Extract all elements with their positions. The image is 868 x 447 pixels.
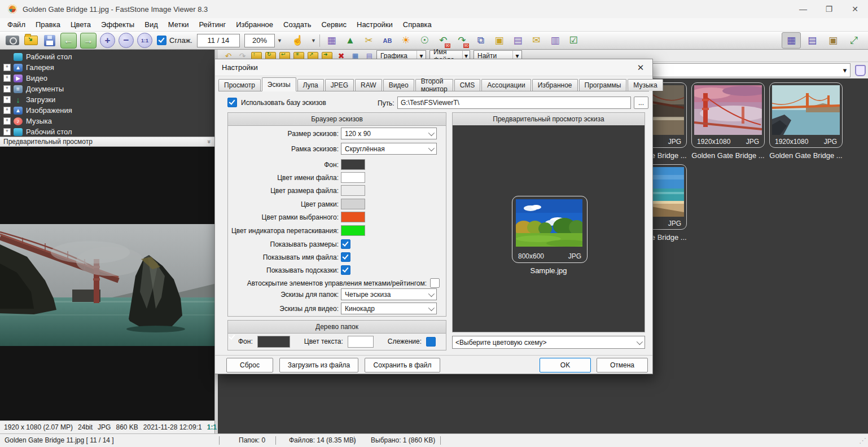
folder-thumbs-select[interactable]: Четыре эскиза — [341, 288, 437, 300]
tab-music[interactable]: Музыка — [628, 79, 663, 91]
next-image-button[interactable]: → — [80, 33, 97, 49]
frame-color-swatch[interactable] — [341, 199, 365, 209]
ratio-indicator[interactable]: 1:1 — [207, 423, 217, 431]
menu-rating[interactable]: Рейтинг — [194, 18, 231, 32]
collapse-chevron-icon[interactable]: » — [206, 140, 213, 143]
zoom-combo[interactable]: 20% ▼ — [244, 34, 284, 47]
tab-jpeg[interactable]: JPEG — [325, 79, 354, 91]
tab-programs[interactable]: Программы — [579, 79, 627, 91]
tree-item-pictures[interactable]: + ▲ Изображения — [0, 105, 214, 116]
crop-button[interactable]: ✂ — [361, 33, 376, 48]
view-fullscreen-button[interactable]: ⤢ — [844, 32, 863, 49]
rotate-right-button[interactable]: ↷90 — [454, 33, 470, 48]
menu-view[interactable]: Вид — [139, 18, 163, 32]
thumbnail-db-path-input[interactable]: G:\Test\FSViewerT\ — [397, 97, 631, 109]
email-button[interactable]: ✉ — [529, 33, 544, 48]
menu-edit[interactable]: Правка — [30, 18, 65, 32]
resize-grip[interactable]: ⋰ — [859, 436, 866, 445]
menu-create[interactable]: Создать — [278, 18, 316, 32]
tree-follow-checkbox[interactable] — [426, 337, 436, 347]
screen-capture-button[interactable]: ▣ — [492, 33, 507, 48]
tree-item-gallery[interactable]: + ▲ Галерея — [0, 62, 214, 73]
thumb-size-select[interactable]: 120 x 90 — [341, 128, 437, 139]
tree-bg-color-swatch[interactable] — [257, 336, 290, 348]
menu-help[interactable]: Справка — [398, 18, 437, 32]
tab-favorites[interactable]: Избранное — [532, 79, 578, 91]
menu-settings[interactable]: Настройки — [352, 18, 398, 32]
clone-stamp-button[interactable]: ☉ — [417, 33, 432, 48]
expand-plus-icon[interactable]: + — [3, 117, 11, 125]
expand-plus-icon[interactable]: + — [3, 96, 11, 103]
filename-color-swatch[interactable] — [341, 172, 365, 183]
tree-item-desktop[interactable]: + Рабочий стол — [0, 126, 214, 137]
hand-dropdown-arrow-icon[interactable]: ▼ — [309, 34, 318, 47]
print-button[interactable]: ▥ — [547, 33, 563, 48]
cancel-button[interactable]: Отмена — [597, 358, 648, 373]
zoom-out-button[interactable]: − — [119, 33, 134, 48]
show-filename-checkbox[interactable] — [341, 252, 350, 262]
minimize-button[interactable]: — — [790, 0, 816, 18]
color-scheme-select[interactable]: <Выберите цветовую схему> — [452, 336, 645, 349]
show-sizes-checkbox[interactable] — [341, 239, 350, 249]
tab-view[interactable]: Просмотр — [218, 79, 261, 91]
tree-item-music[interactable]: + ♪ Музыка — [0, 116, 214, 126]
tab-raw[interactable]: RAW — [355, 79, 382, 91]
reset-button[interactable]: Сброс — [226, 358, 273, 373]
rename-button[interactable]: AB — [380, 33, 395, 48]
autohide-rating-checkbox[interactable] — [430, 278, 440, 288]
thumbnail-card[interactable]: 1920x1080JPG — [769, 82, 843, 148]
background-color-swatch[interactable] — [341, 159, 365, 170]
tab-dual-monitor[interactable]: Второй монитор — [415, 79, 453, 91]
rotate-left-button[interactable]: ↶90 — [436, 33, 451, 48]
browse-path-button[interactable]: ... — [634, 97, 648, 109]
tab-thumbnails[interactable]: Эскизы — [262, 77, 296, 91]
preview-panel-header[interactable]: Предварительный просмотр » — [0, 137, 214, 147]
adjust-lighting-button[interactable]: ☀ — [398, 33, 414, 48]
tab-cms[interactable]: CMS — [454, 79, 481, 91]
slideshow-button[interactable]: ▦ — [324, 33, 339, 48]
show-tooltips-checkbox[interactable] — [341, 265, 350, 275]
open-folder-button[interactable] — [23, 33, 38, 48]
menu-tags[interactable]: Метки — [163, 18, 194, 32]
tree-item-documents[interactable]: + ≡ Документы — [0, 84, 214, 94]
thumb-frame-select[interactable]: Скруглённая — [341, 143, 437, 155]
preview-panel[interactable] — [0, 147, 214, 420]
menu-effects[interactable]: Эффекты — [96, 18, 139, 32]
menu-favorites[interactable]: Избранное — [231, 18, 278, 32]
zoom-in-button[interactable]: + — [100, 33, 115, 48]
thumbnail-filename[interactable]: Golden Gate Bridge ... — [766, 151, 845, 160]
thumbnail-card[interactable]: 1920x1080JPG — [691, 82, 765, 148]
thumbnail-filename[interactable]: Golden Gate Bridge ... — [689, 151, 768, 160]
menu-file[interactable]: Файл — [2, 18, 30, 32]
use-db-checkbox[interactable] — [227, 98, 237, 107]
filesize-color-swatch[interactable] — [341, 185, 365, 196]
selected-frame-color-swatch[interactable] — [341, 212, 365, 222]
view-thumbnails-button[interactable]: ▦ — [782, 32, 801, 49]
actual-size-button[interactable]: 1:1 — [137, 33, 152, 48]
page-indicator[interactable]: 11 / 14 — [197, 34, 240, 47]
hand-tool-button[interactable]: ☝ — [290, 33, 305, 48]
view-list-button[interactable]: ▤ — [803, 32, 822, 49]
resize-button[interactable]: ▲ — [343, 33, 358, 48]
compare-images-button[interactable]: ⧉ — [473, 33, 488, 48]
tree-text-color-swatch[interactable] — [348, 336, 374, 348]
drag-indicator-color-swatch[interactable] — [341, 225, 365, 236]
scan-button[interactable]: ▤ — [510, 33, 525, 48]
tab-video[interactable]: Видео — [383, 79, 414, 91]
expand-plus-icon[interactable]: + — [3, 64, 11, 71]
menu-colors[interactable]: Цвета — [65, 18, 96, 32]
ok-button[interactable]: OK — [540, 358, 591, 373]
previous-image-button[interactable]: ← — [60, 33, 77, 49]
expand-plus-icon[interactable]: + — [3, 128, 11, 135]
batch-convert-button[interactable]: ☑ — [566, 33, 581, 48]
dialog-close-button[interactable]: ✕ — [629, 59, 652, 76]
acquire-camera-button[interactable] — [5, 33, 20, 48]
expand-plus-icon[interactable]: + — [3, 107, 11, 114]
tree-item-downloads[interactable]: + ↓ Загрузки — [0, 94, 214, 105]
dropdown-arrow-icon[interactable]: ▾ — [840, 66, 850, 74]
expand-plus-icon[interactable]: + — [3, 74, 11, 82]
save-to-file-button[interactable]: Сохранить в файл — [365, 358, 440, 373]
smoothing-checkbox[interactable]: Сглаж. — [157, 36, 192, 45]
save-button[interactable] — [42, 33, 57, 48]
zoom-dropdown-arrow-icon[interactable]: ▼ — [275, 34, 284, 47]
